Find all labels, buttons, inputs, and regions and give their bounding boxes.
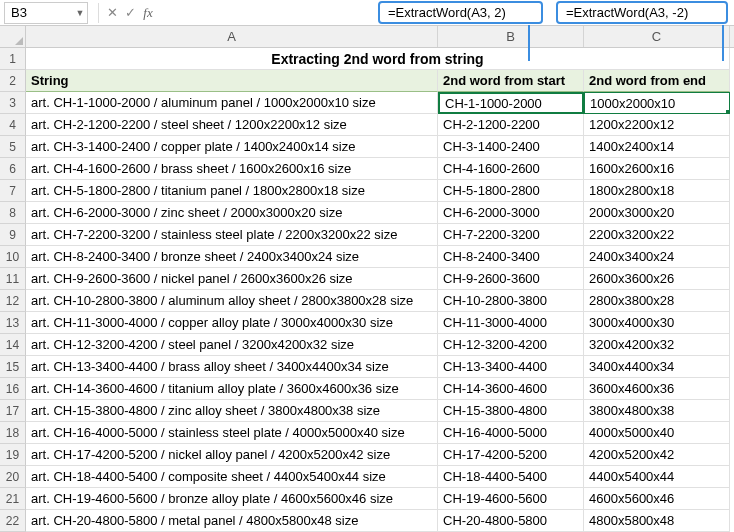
cell-string[interactable]: art. CH-19-4600-5600 / bronze alloy plat… [26,488,438,510]
cell-string[interactable]: art. CH-8-2400-3400 / bronze sheet / 240… [26,246,438,268]
cell-string[interactable]: art. CH-20-4800-5800 / metal panel / 480… [26,510,438,532]
row-header[interactable]: 17 [0,400,26,422]
cell-string[interactable]: art. CH-9-2600-3600 / nickel panel / 260… [26,268,438,290]
cell-string[interactable]: art. CH-4-1600-2600 / brass sheet / 1600… [26,158,438,180]
cell-string[interactable]: art. CH-5-1800-2800 / titanium panel / 1… [26,180,438,202]
cell-word-from-end[interactable]: 4400x5400x44 [584,466,730,488]
row-header[interactable]: 10 [0,246,26,268]
cell-word-from-end[interactable]: 1200x2200x12 [584,114,730,136]
table-row: 14art. CH-12-3200-4200 / steel panel / 3… [0,334,734,356]
cell-word-from-end[interactable]: 1800x2800x18 [584,180,730,202]
cell-word-from-start[interactable]: CH-20-4800-5800 [438,510,584,532]
cell-word-from-start[interactable]: CH-10-2800-3800 [438,290,584,312]
cell-word-from-end[interactable]: 3600x4600x36 [584,378,730,400]
row-header[interactable]: 8 [0,202,26,224]
check-icon[interactable]: ✓ [121,3,139,23]
cell-string[interactable]: art. CH-2-1200-2200 / steel sheet / 1200… [26,114,438,136]
cancel-icon[interactable]: ✕ [103,3,121,23]
cell-word-from-start[interactable]: CH-16-4000-5000 [438,422,584,444]
cell-word-from-start[interactable]: CH-17-4200-5200 [438,444,584,466]
cell-string[interactable]: art. CH-15-3800-4800 / zinc alloy sheet … [26,400,438,422]
row-header[interactable]: 13 [0,312,26,334]
cell-word-from-start[interactable]: CH-2-1200-2200 [438,114,584,136]
cell-word-from-start[interactable]: CH-4-1600-2600 [438,158,584,180]
cell-string[interactable]: art. CH-17-4200-5200 / nickel alloy pane… [26,444,438,466]
cell-word-from-end[interactable]: 2200x3200x22 [584,224,730,246]
col-header-c[interactable]: C [584,26,730,47]
cell-string[interactable]: art. CH-18-4400-5400 / composite sheet /… [26,466,438,488]
cell-string[interactable]: art. CH-1-1000-2000 / aluminum panel / 1… [26,92,438,114]
header-string[interactable]: String [26,70,438,92]
header-from-end[interactable]: 2nd word from end [584,70,730,92]
table-row: 9art. CH-7-2200-3200 / stainless steel p… [0,224,734,246]
cell-word-from-end[interactable]: 2600x3600x26 [584,268,730,290]
cell-word-from-start[interactable]: CH-11-3000-4000 [438,312,584,334]
row-header[interactable]: 18 [0,422,26,444]
row-header[interactable]: 11 [0,268,26,290]
cell-string[interactable]: art. CH-7-2200-3200 / stainless steel pl… [26,224,438,246]
cell-word-from-start[interactable]: CH-12-3200-4200 [438,334,584,356]
cell-string[interactable]: art. CH-16-4000-5000 / stainless steel p… [26,422,438,444]
cell-word-from-start[interactable]: CH-5-1800-2800 [438,180,584,202]
cell-word-from-end[interactable]: 4200x5200x42 [584,444,730,466]
cell-word-from-start[interactable]: CH-9-2600-3600 [438,268,584,290]
row-header[interactable]: 16 [0,378,26,400]
cell-word-from-end[interactable]: 3800x4800x38 [584,400,730,422]
row-header[interactable]: 12 [0,290,26,312]
cell-string[interactable]: art. CH-12-3200-4200 / steel panel / 320… [26,334,438,356]
cell-string[interactable]: art. CH-6-2000-3000 / zinc sheet / 2000x… [26,202,438,224]
row-header[interactable]: 15 [0,356,26,378]
row-header[interactable]: 7 [0,180,26,202]
cell-word-from-end[interactable]: 3000x4000x30 [584,312,730,334]
row-header[interactable]: 6 [0,158,26,180]
cell-word-from-start[interactable]: CH-19-4600-5600 [438,488,584,510]
table-row: 4art. CH-2-1200-2200 / steel sheet / 120… [0,114,734,136]
cell-word-from-end[interactable]: 1000x2000x10 [584,92,730,114]
cell-word-from-start[interactable]: CH-14-3600-4600 [438,378,584,400]
fx-icon[interactable]: fx [139,3,157,23]
name-box-dropdown[interactable]: ▼ [73,3,87,23]
cell-word-from-end[interactable]: 2000x3000x20 [584,202,730,224]
cell-string[interactable]: art. CH-10-2800-3800 / aluminum alloy sh… [26,290,438,312]
cell-word-from-end[interactable]: 3200x4200x32 [584,334,730,356]
title-cell[interactable]: Extracting 2nd word from string [26,48,730,70]
row-header[interactable]: 22 [0,510,26,532]
cell-word-from-end[interactable]: 1400x2400x14 [584,136,730,158]
row-header[interactable]: 4 [0,114,26,136]
row-header[interactable]: 19 [0,444,26,466]
cell-word-from-end[interactable]: 1600x2600x16 [584,158,730,180]
cell-word-from-end[interactable]: 2800x3800x28 [584,290,730,312]
formula-input[interactable] [157,2,734,24]
cell-string[interactable]: art. CH-11-3000-4000 / copper alloy plat… [26,312,438,334]
cell-word-from-end[interactable]: 4600x5600x46 [584,488,730,510]
cell-word-from-start[interactable]: CH-6-2000-3000 [438,202,584,224]
cell-word-from-start[interactable]: CH-7-2200-3200 [438,224,584,246]
cell-word-from-start[interactable]: CH-1-1000-2000 [438,92,584,114]
cell-word-from-start[interactable]: CH-8-2400-3400 [438,246,584,268]
row-header[interactable]: 5 [0,136,26,158]
row-header[interactable]: 9 [0,224,26,246]
fill-handle[interactable] [726,110,730,114]
cell-word-from-end[interactable]: 3400x4400x34 [584,356,730,378]
cell-word-from-end[interactable]: 2400x3400x24 [584,246,730,268]
cell-word-from-end[interactable]: 4000x5000x40 [584,422,730,444]
name-box[interactable] [5,5,73,20]
row-header[interactable]: 1 [0,48,26,70]
row-header[interactable]: 3 [0,92,26,114]
header-from-start[interactable]: 2nd word from start [438,70,584,92]
row-header[interactable]: 20 [0,466,26,488]
col-header-b[interactable]: B [438,26,584,47]
row-header[interactable]: 21 [0,488,26,510]
cell-word-from-start[interactable]: CH-13-3400-4400 [438,356,584,378]
col-header-a[interactable]: A [26,26,438,47]
cell-string[interactable]: art. CH-13-3400-4400 / brass alloy sheet… [26,356,438,378]
cell-word-from-end[interactable]: 4800x5800x48 [584,510,730,532]
select-all-corner[interactable] [0,26,26,48]
row-header[interactable]: 2 [0,70,26,92]
cell-word-from-start[interactable]: CH-18-4400-5400 [438,466,584,488]
cell-string[interactable]: art. CH-14-3600-4600 / titanium alloy pl… [26,378,438,400]
cell-word-from-start[interactable]: CH-15-3800-4800 [438,400,584,422]
cell-word-from-start[interactable]: CH-3-1400-2400 [438,136,584,158]
cell-string[interactable]: art. CH-3-1400-2400 / copper plate / 140… [26,136,438,158]
row-header[interactable]: 14 [0,334,26,356]
